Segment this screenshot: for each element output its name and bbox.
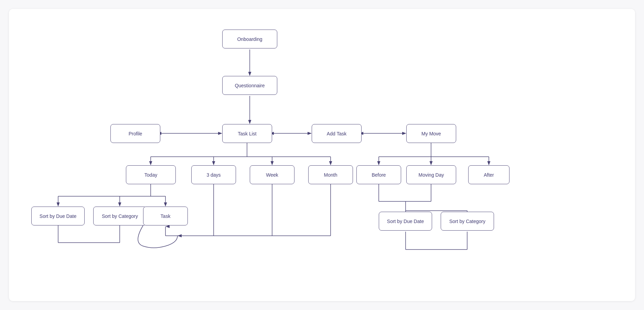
questionnaire-node: Questionnaire: [222, 76, 277, 95]
sort-category-right-node: Sort by Category: [441, 212, 494, 231]
month-node: Month: [308, 165, 353, 184]
week-node: Week: [250, 165, 294, 184]
after-node: After: [468, 165, 509, 184]
sort-due-date-right-node: Sort by Due Date: [379, 212, 432, 231]
onboarding-node: Onboarding: [222, 30, 277, 48]
task-list-node: Task List: [222, 124, 272, 143]
diagram-container: Onboarding Questionnaire Profile Task Li…: [9, 9, 635, 301]
three-days-node: 3 days: [191, 165, 236, 184]
task-node: Task: [143, 207, 188, 225]
sort-category-left-node: Sort by Category: [93, 207, 147, 225]
my-move-node: My Move: [406, 124, 456, 143]
today-node: Today: [126, 165, 176, 184]
arrows-svg: [9, 9, 635, 301]
profile-node: Profile: [110, 124, 160, 143]
before-node: Before: [356, 165, 401, 184]
sort-due-date-left-node: Sort by Due Date: [31, 207, 85, 225]
add-task-node: Add Task: [312, 124, 362, 143]
moving-day-node: Moving Day: [406, 165, 456, 184]
